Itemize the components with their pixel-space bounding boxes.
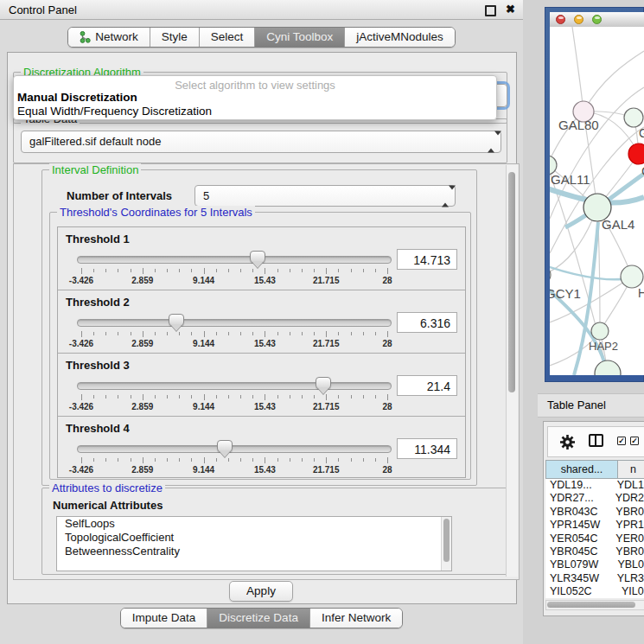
tick-mark xyxy=(240,395,241,399)
settings-scrollbar[interactable] xyxy=(506,165,518,577)
table-row[interactable]: YDL19...YDL1 xyxy=(545,479,644,492)
network-node-c[interactable] xyxy=(628,143,644,164)
tick-label: 2.859 xyxy=(131,465,153,475)
list-scrollbar[interactable] xyxy=(441,517,451,571)
slider-handle[interactable] xyxy=(250,251,265,263)
table-row[interactable]: YBL079WYBL0 xyxy=(545,558,644,571)
cell-shared-name: YBL079W xyxy=(545,558,615,571)
slider-handle[interactable] xyxy=(316,377,331,389)
column-header-shared-name[interactable]: shared... xyxy=(545,460,618,479)
attribute-item-betweennesscentrality[interactable]: BetweennessCentrality xyxy=(57,545,451,558)
list-scrollbar-thumb[interactable] xyxy=(443,519,450,562)
tick-mark xyxy=(143,457,143,463)
table-hscrollbar-thumb[interactable] xyxy=(547,602,635,608)
table-toolbar: ✓ ✓ xyxy=(547,426,644,457)
tick-mark xyxy=(191,269,192,272)
table-row[interactable]: YBR043CYBR0 xyxy=(545,506,644,519)
screen: Control Panel ✖ NetworkStyleSelectCyni T… xyxy=(0,0,644,644)
dropdown-item-manual-discretization[interactable]: Manual Discretization xyxy=(17,91,137,104)
network-node-gcy1[interactable] xyxy=(550,266,551,284)
tick-mark xyxy=(105,395,106,399)
tick-mark xyxy=(265,394,265,400)
slider-handle[interactable] xyxy=(217,440,233,452)
threshold-label: Threshold 4 xyxy=(66,422,130,435)
cell-name: YDR2 xyxy=(613,492,644,505)
cell-name: YPR1 xyxy=(613,519,644,532)
attribute-item-selfloops[interactable]: SelfLoops xyxy=(57,517,451,531)
slider-handle[interactable] xyxy=(169,314,184,326)
network-node-ga[interactable] xyxy=(624,108,643,127)
network-node-hap2[interactable] xyxy=(591,322,609,340)
network-canvas[interactable]: GAL80GACGAL11GAL4GCY1HHAP2 xyxy=(550,27,644,375)
tab-network[interactable]: Network xyxy=(68,28,150,47)
apply-button[interactable]: Apply xyxy=(229,581,293,602)
tick-mark xyxy=(93,458,94,462)
traffic-light-minimize-icon[interactable] xyxy=(574,15,583,24)
tick-mark xyxy=(375,332,376,335)
table-data-combobox[interactable]: galFiltered.sif default node xyxy=(21,131,501,153)
cell-shared-name: YPR145W xyxy=(545,519,613,532)
threshold-slider[interactable]: -3.4262.8599.14415.4321.71528 xyxy=(77,376,392,411)
table-row[interactable]: YLR345WYLR3 xyxy=(545,572,644,585)
network-node-h[interactable] xyxy=(621,265,643,288)
split-view-icon[interactable] xyxy=(589,434,603,447)
gear-icon[interactable] xyxy=(559,434,576,450)
traffic-light-zoom-icon[interactable] xyxy=(592,15,602,24)
tick-label: 15.43 xyxy=(254,465,276,475)
tick-mark xyxy=(228,395,229,399)
attribute-item-topologicalcoefficient[interactable]: TopologicalCoefficient xyxy=(57,531,451,545)
table-row[interactable]: YER054CYER0 xyxy=(545,532,644,545)
tab-label: jActiveMNodules xyxy=(356,30,443,43)
tab-select[interactable]: Select xyxy=(199,28,255,47)
table-row[interactable]: YDR27...YDR2 xyxy=(545,492,644,505)
tab-discretize-data[interactable]: Discretize Data xyxy=(207,609,309,628)
tab-label: Select xyxy=(211,30,244,43)
tab-style[interactable]: Style xyxy=(150,28,199,47)
table-row[interactable]: YPR145WYPR1 xyxy=(545,519,644,532)
checkbox-icon[interactable]: ✓ xyxy=(630,437,639,445)
tick-mark xyxy=(351,395,352,399)
tick-mark xyxy=(252,269,253,272)
column-header-name[interactable]: n xyxy=(618,460,644,479)
tab-cyni-toolbox[interactable]: Cyni Toolbox xyxy=(254,28,344,47)
tick-label: -3.426 xyxy=(69,276,93,285)
threshold-slider[interactable]: -3.4262.8599.14415.4321.71528 xyxy=(77,250,392,284)
traffic-light-close-icon[interactable] xyxy=(556,15,565,24)
tick-mark xyxy=(155,332,156,335)
threshold-value-field[interactable]: 21.4 xyxy=(397,375,457,396)
tick-mark xyxy=(143,268,143,274)
float-window-icon[interactable] xyxy=(485,5,496,16)
settings-scrollbar-thumb[interactable] xyxy=(508,172,515,392)
threshold-slider[interactable]: -3.4262.8599.14415.4321.71528 xyxy=(77,313,392,348)
tab-impute-data[interactable]: Impute Data xyxy=(121,609,207,628)
table-data-value: galFiltered.sif default node xyxy=(29,135,481,148)
table-row[interactable]: YBR045CYBR0 xyxy=(545,545,644,558)
checkbox-icon[interactable]: ✓ xyxy=(617,437,626,445)
settings-scroll-container: Interval Definition Number of Intervals … xyxy=(13,163,520,580)
network-graph: GAL80GACGAL11GAL4GCY1HHAP2 xyxy=(550,27,644,375)
threshold-row-1: Threshold 1-3.4262.8599.14415.4321.71528… xyxy=(58,227,465,290)
tab-jactivemnodules[interactable]: jActiveMNodules xyxy=(344,28,455,47)
number-of-intervals-combobox[interactable]: 5 xyxy=(194,185,456,207)
network-window-titlebar[interactable] xyxy=(550,12,644,28)
tick-mark xyxy=(302,458,303,462)
tick-mark xyxy=(265,268,265,274)
node-label: GAL80 xyxy=(558,118,599,132)
threshold-value-field[interactable]: 11.344 xyxy=(397,438,457,459)
node-label: H xyxy=(638,286,644,300)
tab-infer-network[interactable]: Infer Network xyxy=(309,609,402,628)
threshold-value-field[interactable]: 6.316 xyxy=(397,312,457,333)
table-row[interactable]: YIL052CYIL0 xyxy=(545,585,644,598)
network-node[interactable] xyxy=(595,360,621,375)
dropdown-item-equal-width-frequency[interactable]: Equal Width/Frequency Discretization xyxy=(17,105,212,118)
close-icon[interactable]: ✖ xyxy=(506,3,515,16)
tick-mark xyxy=(375,395,376,399)
tick-mark xyxy=(252,458,253,462)
threshold-value-field[interactable]: 14.713 xyxy=(397,249,457,270)
table-hscrollbar[interactable] xyxy=(545,600,644,610)
threshold-slider[interactable]: -3.4262.8599.14415.4321.71528 xyxy=(77,439,392,474)
tick-mark xyxy=(277,332,278,335)
table-panel-title: Table Panel xyxy=(547,399,606,411)
cyni-toolbox-panel: Discretization Algorithm Select algorith… xyxy=(7,52,517,604)
tick-label: -3.426 xyxy=(69,402,93,411)
